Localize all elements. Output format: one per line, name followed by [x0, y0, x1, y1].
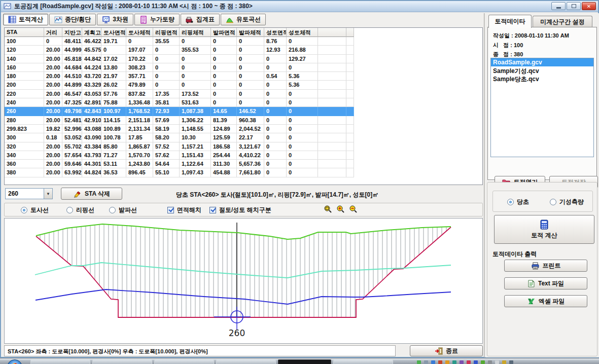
panel-splitter[interactable]	[484, 13, 485, 357]
table-cell: 44.684	[62, 63, 82, 72]
close-button[interactable]: ✕	[582, 2, 596, 10]
column-header[interactable]: 토사체적	[126, 28, 153, 37]
chevron-down-icon[interactable]: ▼	[44, 189, 52, 199]
start-button[interactable]	[7, 359, 22, 364]
checkbox-area-hatch[interactable]: 면적해치	[167, 206, 201, 214]
table-row[interactable]: 299.82319.8252.99643.088100.892,131.3458…	[5, 125, 482, 133]
table-cell: 173.52	[180, 90, 211, 98]
table-cell: 0	[264, 125, 287, 133]
sta-dropdown[interactable]: 260 ▼	[5, 188, 53, 199]
radio-label: 발파선	[119, 206, 137, 214]
table-cell: 5.36	[287, 72, 318, 81]
zoom-in-icon[interactable]	[336, 205, 345, 213]
table-row[interactable]: 24020.0047.32542.89175.881,336.4835.8153…	[5, 98, 482, 107]
table-cell: 45.575	[82, 46, 101, 54]
radio-blasting-line[interactable]: 발파선	[109, 206, 137, 214]
column-header[interactable]: 발파면적	[211, 28, 237, 37]
table-row[interactable]: 32020.0055.70243.38485.801,865.8757.521,…	[5, 142, 482, 151]
table-row[interactable]: 26020.0049.79842.843100.971,768.5272.931…	[5, 107, 482, 116]
radio-original-design[interactable]: 당초	[507, 198, 529, 206]
file-list-item[interactable]: Sample당초.qcv	[491, 75, 593, 83]
file-list-item[interactable]: Sample기성.qcv	[491, 66, 593, 75]
tab-excluded-range[interactable]: 미계산구간 설정	[533, 16, 592, 27]
table-cell: 0	[237, 37, 264, 46]
toolbar-button-cumulative-volume[interactable]: 누가토량	[134, 14, 180, 25]
column-header[interactable]: 토사면적	[101, 28, 126, 37]
table-cell: 124.89	[211, 125, 237, 133]
minimize-button[interactable]	[551, 2, 566, 10]
column-header[interactable]: 거리	[44, 28, 62, 37]
taskbar-item[interactable]	[30, 359, 90, 364]
print-button[interactable]: 프린트	[504, 260, 587, 272]
table-cell: 114.15	[101, 116, 126, 125]
cross-section-view[interactable]: 260	[4, 218, 483, 344]
restore-button[interactable]	[567, 2, 581, 10]
radio-ripping-line[interactable]: 리핑선	[66, 206, 94, 214]
table-cell: 1,306.22	[180, 116, 211, 125]
checkbox-cutfill-hatch[interactable]: 절토/성토 해치구분	[209, 206, 271, 214]
tab-volume-data[interactable]: 토적데이타	[488, 15, 532, 28]
column-header[interactable]: 계획고	[82, 28, 101, 37]
table-cell: 531.63	[180, 98, 211, 107]
toolbar-label: 종단/횡단	[65, 15, 91, 24]
toolbar-button-summary-report[interactable]: 집계표	[181, 14, 220, 25]
column-header[interactable]: 성토면적	[264, 28, 287, 37]
table-row[interactable]: 12020.0044.99945.5750197.070355.530012.9…	[5, 46, 482, 54]
table-cell: 20.00	[44, 63, 62, 72]
table-cell: 0.18	[44, 133, 62, 142]
text-file-button[interactable]: Text 파일	[504, 277, 587, 289]
column-header[interactable]: 지반고	[62, 28, 82, 37]
table-row[interactable]: 20020.0044.89943.32926.02479.89000005.36	[5, 81, 482, 89]
table-row[interactable]: 36020.0059.64644.30153.111,243.8054.641,…	[5, 160, 482, 168]
table-row[interactable]: 14020.0045.81844.84217.02170.2200000129.…	[5, 55, 482, 63]
table-row[interactable]: 16020.0044.68444.22413.80308.23000000	[5, 63, 482, 72]
table-cell: 8.76	[264, 37, 287, 46]
table-cell: 0	[287, 63, 318, 72]
table-cell: 0	[237, 90, 264, 98]
table-row[interactable]: 34020.0057.65443.79371.271,570.7057.621,…	[5, 151, 482, 160]
table-cell: 0	[126, 37, 153, 46]
excel-file-button[interactable]: 엑셀 파일	[504, 295, 587, 307]
volume-calc-button[interactable]: 토적 계산	[494, 215, 594, 244]
radio-asbuilt-survey[interactable]: 기성측량	[550, 198, 584, 206]
table-cell: 5.36	[287, 81, 318, 89]
table-row[interactable]: 28020.0052.48142.910114.152,151.1857.691…	[5, 116, 482, 125]
table-row[interactable]: 100048.41146.42219.71035.550008.760	[5, 37, 482, 46]
taskbar-item[interactable]	[333, 359, 393, 364]
table-cell: 57.76	[101, 90, 126, 98]
table-cell: 71.27	[101, 151, 126, 160]
toolbar-label: 집계표	[196, 15, 215, 24]
toolbar-button-volume-calc[interactable]: 토적계산	[3, 14, 48, 25]
table-cell: 0	[180, 72, 211, 81]
table-cell: 340	[5, 151, 44, 160]
exit-door-icon	[435, 347, 443, 355]
taskbar-item[interactable]	[154, 359, 214, 364]
radio-soil-line[interactable]: 토사선	[21, 206, 49, 214]
taskbar-item-active[interactable]	[278, 359, 331, 364]
zoom-out-icon[interactable]	[349, 205, 358, 213]
toolbar-button-profile-section[interactable]: 종단/횡단	[49, 14, 96, 25]
table-row[interactable]: 22020.0046.54743.05357.76837.8217.35173.…	[5, 90, 482, 98]
table-cell: 43.329	[82, 81, 101, 89]
column-header[interactable]: 리핑체적	[180, 28, 211, 37]
taskbar-item[interactable]	[92, 359, 152, 364]
column-header[interactable]: STA	[5, 28, 44, 37]
column-header[interactable]: 발파체적	[237, 28, 264, 37]
table-cell: 0	[180, 81, 211, 89]
sta-delete-button[interactable]: STA 삭제	[61, 188, 122, 200]
taskbar-item[interactable]	[216, 359, 276, 364]
column-header[interactable]: 성토체적	[287, 28, 318, 37]
toolbar-button-3d[interactable]: 3차원	[97, 14, 133, 25]
toolbar-button-mass-curve[interactable]: 유토곡선	[221, 14, 266, 25]
column-header[interactable]: 리핑면적	[153, 28, 180, 37]
file-list-item[interactable]: RoadSample.gcv	[491, 58, 593, 66]
table-cell: 57.654	[62, 151, 82, 160]
table-row[interactable]: 18020.0044.51043.72021.97357.7100000.545…	[5, 72, 482, 81]
toolbar: 토적계산 종단/횡단 3차원	[3, 14, 266, 26]
table-cell: 20.00	[44, 55, 62, 63]
table-row[interactable]: 38020.0063.99244.82436.53896.4555.101,09…	[5, 168, 482, 177]
zoom-extents-icon[interactable]	[324, 205, 332, 213]
table-cell: 216.88	[287, 46, 318, 54]
exit-button[interactable]: 종료	[410, 345, 483, 356]
table-row[interactable]: 3000.1853.05243.090100.7817.8558.2010.30…	[5, 133, 482, 142]
